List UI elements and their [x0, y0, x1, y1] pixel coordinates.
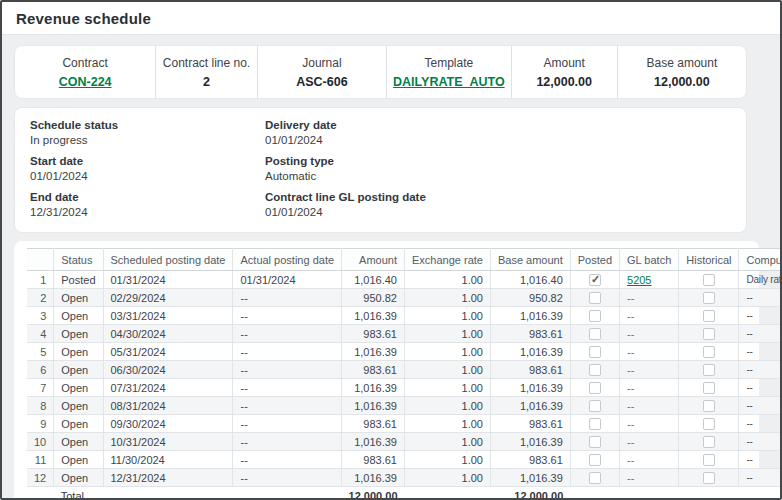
column-header-computation-memo: Computation memo — [739, 249, 782, 271]
detail-field: End date12/31/2024 — [30, 190, 265, 220]
status-cell: Posted — [54, 271, 103, 289]
exchange-rate-cell: 1.00 — [405, 361, 491, 379]
historical-checkbox[interactable] — [703, 382, 715, 394]
historical-checkbox[interactable] — [703, 310, 715, 322]
historical-cell — [679, 343, 739, 361]
summary-field-value: 12,000.00 — [654, 75, 710, 89]
posted-checkbox[interactable] — [589, 292, 601, 304]
row-number: 9 — [27, 415, 54, 433]
historical-checkbox[interactable] — [703, 346, 715, 358]
detail-field: Start date01/01/2024 — [30, 154, 265, 184]
actual-posting-date-cell: -- — [233, 469, 342, 487]
record-link[interactable]: CON-224 — [59, 75, 112, 89]
detail-field-value: 01/01/2024 — [30, 169, 265, 184]
column-header-base-amount: Base amount — [490, 249, 570, 271]
posted-checkbox[interactable] — [589, 436, 601, 448]
computation-memo-cell: -- — [739, 289, 782, 307]
detail-field: Schedule statusIn progress — [30, 118, 265, 148]
posted-cell — [570, 433, 619, 451]
total-label: Total — [54, 487, 342, 500]
historical-cell — [679, 289, 739, 307]
row-number: 3 — [27, 307, 54, 325]
actual-posting-date-cell: -- — [233, 379, 342, 397]
table-row: 10Open10/31/2024--1,016.391.001,016.39--… — [27, 433, 782, 451]
scheduled-posting-date-cell: 04/30/2024 — [103, 325, 233, 343]
historical-checkbox[interactable] — [703, 400, 715, 412]
posted-checkbox[interactable] — [589, 472, 601, 484]
historical-checkbox[interactable] — [703, 274, 715, 286]
historical-checkbox[interactable] — [703, 292, 715, 304]
status-cell: Open — [54, 379, 103, 397]
schedule-table-card: StatusScheduled posting dateActual posti… — [14, 241, 759, 500]
summary-field-label: Amount — [544, 56, 585, 70]
posted-checkbox[interactable] — [589, 454, 601, 466]
revenue-schedule-window: Revenue schedule ContractCON-224Contract… — [0, 0, 782, 500]
actual-posting-date-cell: -- — [233, 451, 342, 469]
historical-checkbox[interactable] — [703, 472, 715, 484]
table-row: 7Open07/31/2024--1,016.391.001,016.39---… — [27, 379, 782, 397]
historical-cell — [679, 397, 739, 415]
table-row: 8Open08/31/2024--1,016.391.001,016.39---… — [27, 397, 782, 415]
computation-memo-cell: -- — [739, 361, 782, 379]
status-cell: Open — [54, 307, 103, 325]
gl-batch-empty: -- — [627, 418, 634, 430]
detail-field-value: In progress — [30, 133, 265, 148]
page-title: Revenue schedule — [16, 10, 151, 27]
historical-checkbox[interactable] — [703, 364, 715, 376]
scheduled-posting-date-cell: 02/29/2024 — [103, 289, 233, 307]
base-amount-cell: 983.61 — [490, 325, 570, 343]
historical-checkbox[interactable] — [703, 328, 715, 340]
base-amount-cell: 983.61 — [490, 361, 570, 379]
summary-field-4: Amount12,000.00 — [512, 46, 618, 98]
posted-cell — [570, 271, 619, 289]
posted-checkbox[interactable] — [589, 346, 601, 358]
revenue-schedule-table: StatusScheduled posting dateActual posti… — [27, 248, 782, 500]
base-amount-cell: 1,016.39 — [490, 469, 570, 487]
scheduled-posting-date-cell: 01/31/2024 — [103, 271, 233, 289]
computation-memo-cell: -- — [739, 379, 782, 397]
column-header-status: Status — [54, 249, 103, 271]
gl-batch-cell: -- — [620, 361, 679, 379]
exchange-rate-cell: 1.00 — [405, 415, 491, 433]
total-trailing-spacer — [570, 487, 782, 500]
row-number: 5 — [27, 343, 54, 361]
amount-cell: 1,016.39 — [342, 307, 405, 325]
gl-batch-empty: -- — [627, 364, 634, 376]
status-cell: Open — [54, 361, 103, 379]
column-header-row-number — [27, 249, 54, 271]
detail-field: Contract line GL posting date01/01/2024 — [265, 190, 426, 220]
computation-memo-cell: -- — [739, 307, 782, 325]
posted-checkbox[interactable] — [589, 328, 601, 340]
table-row: 4Open04/30/2024--983.611.00983.61---- — [27, 325, 782, 343]
posted-checkbox[interactable] — [589, 310, 601, 322]
gl-batch-link[interactable]: 5205 — [627, 274, 651, 286]
status-cell: Open — [54, 415, 103, 433]
historical-checkbox[interactable] — [703, 418, 715, 430]
posted-checkbox[interactable] — [589, 418, 601, 430]
status-cell: Open — [54, 325, 103, 343]
posted-cell — [570, 361, 619, 379]
column-header-historical: Historical — [679, 249, 739, 271]
computation-memo-cell: -- — [739, 469, 782, 487]
summary-field-label: Template — [424, 56, 473, 70]
detail-field: Delivery date01/01/2024 — [265, 118, 426, 148]
exchange-rate-cell: 1.00 — [405, 343, 491, 361]
posted-checkbox[interactable] — [589, 382, 601, 394]
posted-checkbox[interactable] — [589, 364, 601, 376]
posted-checkbox[interactable] — [589, 400, 601, 412]
row-number: 8 — [27, 397, 54, 415]
base-amount-cell: 1,016.39 — [490, 379, 570, 397]
scheduled-posting-date-cell: 10/31/2024 — [103, 433, 233, 451]
column-header-exchange-rate: Exchange rate — [405, 249, 491, 271]
record-link[interactable]: DAILYRATE_AUTO — [393, 75, 505, 89]
table-header-row: StatusScheduled posting dateActual posti… — [27, 249, 782, 271]
row-number: 2 — [27, 289, 54, 307]
historical-checkbox[interactable] — [703, 454, 715, 466]
posted-checkbox[interactable] — [589, 274, 601, 286]
actual-posting-date-cell: 01/31/2024 — [233, 271, 342, 289]
detail-field-label: Schedule status — [30, 118, 265, 133]
historical-checkbox[interactable] — [703, 436, 715, 448]
actual-posting-date-cell: -- — [233, 397, 342, 415]
status-cell: Open — [54, 469, 103, 487]
table-body: 1Posted01/31/202401/31/20241,016.401.001… — [27, 271, 782, 487]
